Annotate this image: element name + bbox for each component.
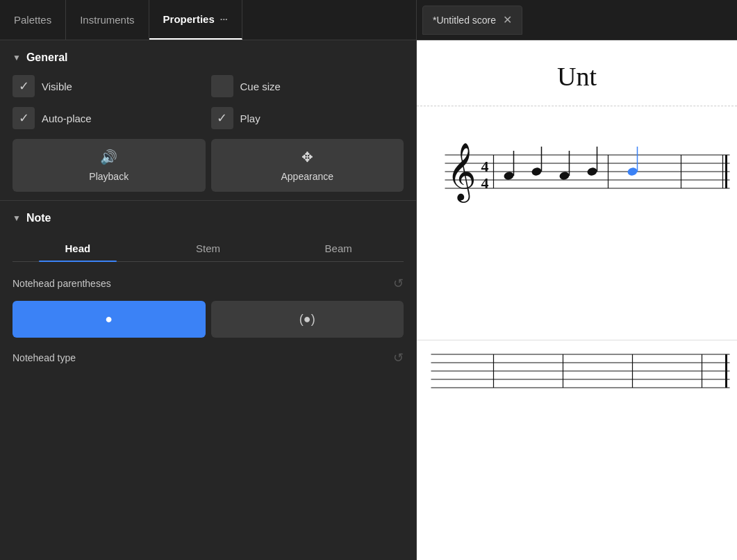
tab-stem[interactable]: Stem bbox=[143, 236, 274, 261]
svg-point-9 bbox=[503, 171, 514, 181]
appearance-label: Appearance bbox=[281, 171, 333, 182]
notehead-type-row: Notehead type ↺ bbox=[13, 350, 404, 365]
autoplace-play-row: ✓ Auto-place ✓ Play bbox=[13, 107, 404, 129]
notehead-type-reset[interactable]: ↺ bbox=[393, 350, 404, 365]
main-content: ▼ General ✓ Visible Cue size bbox=[0, 40, 737, 560]
svg-point-11 bbox=[531, 167, 542, 176]
playback-appearance-row: 🔊 Playback ✥ Appearance bbox=[13, 139, 404, 192]
visible-label: Visible bbox=[42, 81, 72, 92]
cuesize-checkbox[interactable]: Cue size bbox=[211, 75, 404, 97]
left-tabs: Palettes Instruments Properties ··· bbox=[0, 0, 417, 40]
staff-svg: 𝄞 4 4 bbox=[424, 120, 730, 231]
note-title: Note bbox=[26, 212, 51, 224]
score-title: Unt bbox=[445, 61, 709, 99]
score-area: Unt 𝄞 4 4 bbox=[417, 40, 737, 560]
svg-text:𝄞: 𝄞 bbox=[447, 143, 477, 203]
svg-point-13 bbox=[558, 171, 570, 181]
play-label: Play bbox=[240, 113, 260, 124]
svg-point-18 bbox=[627, 167, 638, 176]
properties-more-icon[interactable]: ··· bbox=[220, 14, 228, 24]
play-check-icon: ✓ bbox=[217, 110, 227, 126]
notehead-type-label: Notehead type bbox=[13, 352, 76, 363]
notehead-plain-icon: ● bbox=[105, 312, 113, 327]
tab-properties[interactable]: Properties ··· bbox=[149, 0, 242, 40]
svg-text:4: 4 bbox=[481, 158, 489, 175]
cuesize-label: Cue size bbox=[240, 81, 281, 92]
notehead-paren-button[interactable]: (●) bbox=[211, 301, 404, 338]
playback-label: Playback bbox=[89, 171, 129, 182]
note-collapse-arrow[interactable]: ▼ bbox=[13, 213, 21, 223]
appearance-button[interactable]: ✥ Appearance bbox=[211, 139, 404, 192]
left-panel: ▼ General ✓ Visible Cue size bbox=[0, 40, 417, 560]
score-canvas: Unt 𝄞 4 4 bbox=[417, 40, 737, 560]
general-title: General bbox=[26, 51, 68, 64]
tab-palettes[interactable]: Palettes bbox=[0, 0, 66, 40]
visible-checkbox-box: ✓ bbox=[13, 75, 35, 97]
notehead-plain-button[interactable]: ● bbox=[13, 301, 206, 338]
score-tab-label: *Untitled score bbox=[433, 15, 496, 26]
notehead-parentheses-reset[interactable]: ↺ bbox=[393, 276, 404, 291]
notehead-parentheses-row: Notehead parentheses ↺ bbox=[13, 276, 404, 291]
appearance-icon: ✥ bbox=[301, 149, 313, 165]
note-section-header: ▼ Note bbox=[13, 212, 404, 224]
score-tab[interactable]: *Untitled score ✕ bbox=[422, 6, 522, 35]
notehead-paren-icon: (●) bbox=[299, 312, 315, 327]
svg-point-15 bbox=[586, 167, 597, 176]
autoplace-label: Auto-place bbox=[42, 113, 92, 124]
autoplace-checkbox-box: ✓ bbox=[13, 107, 35, 129]
visible-checkbox[interactable]: ✓ Visible bbox=[13, 75, 206, 97]
lower-staff-svg bbox=[424, 340, 730, 417]
svg-text:4: 4 bbox=[481, 174, 489, 192]
notehead-parentheses-label: Notehead parentheses bbox=[13, 278, 111, 289]
playback-icon: 🔊 bbox=[100, 149, 117, 165]
notehead-toggle-row: ● (●) bbox=[13, 301, 404, 338]
right-tabs: *Untitled score ✕ bbox=[417, 0, 737, 40]
cuesize-checkbox-box bbox=[211, 75, 233, 97]
general-section-header: ▼ General bbox=[13, 51, 404, 64]
close-score-button[interactable]: ✕ bbox=[503, 15, 512, 26]
playback-button[interactable]: 🔊 Playback bbox=[13, 139, 206, 192]
note-section: ▼ Note Head Stem Beam Notehead parenthes… bbox=[0, 201, 416, 560]
autoplace-checkbox[interactable]: ✓ Auto-place bbox=[13, 107, 206, 129]
tab-instruments[interactable]: Instruments bbox=[66, 0, 149, 40]
autoplace-check-icon: ✓ bbox=[19, 110, 29, 126]
general-section: ▼ General ✓ Visible Cue size bbox=[0, 40, 416, 201]
general-collapse-arrow[interactable]: ▼ bbox=[13, 53, 21, 63]
play-checkbox[interactable]: ✓ Play bbox=[211, 107, 404, 129]
visible-cuesize-row: ✓ Visible Cue size bbox=[13, 75, 404, 97]
play-checkbox-box: ✓ bbox=[211, 107, 233, 129]
tab-head[interactable]: Head bbox=[13, 236, 143, 261]
visible-check-icon: ✓ bbox=[19, 79, 29, 94]
tab-beam[interactable]: Beam bbox=[273, 236, 404, 261]
note-tabs: Head Stem Beam bbox=[13, 236, 404, 262]
tab-bar: Palettes Instruments Properties ··· *Unt… bbox=[0, 0, 737, 40]
